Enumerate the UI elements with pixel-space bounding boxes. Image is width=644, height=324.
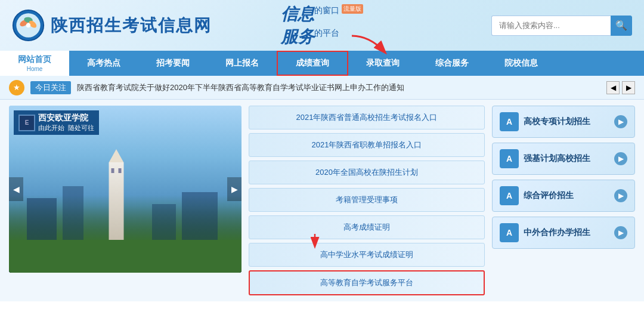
main-content: E 西安欧亚学院 由此开始 随处可往 — [0, 100, 644, 301]
slogan-char-info: 信息 — [281, 3, 314, 26]
banner-slogans: 由此开始 随处可往 — [38, 124, 94, 132]
link-item-4[interactable]: 考籍管理受理事项 — [249, 188, 485, 212]
panel-label-2: 强基计划高校招生 — [524, 153, 609, 164]
panel-icon-4: A — [500, 223, 519, 242]
notice-star-icon: ★ — [9, 80, 24, 95]
nav-item-home[interactable]: 网站首页 Home — [0, 51, 69, 76]
panel-arrow-3: ▶ — [614, 189, 627, 202]
panel-arrow-4: ▶ — [614, 226, 627, 239]
nav-label-online-enroll: 网上报名 — [225, 58, 259, 69]
panel-item-1[interactable]: A 高校专项计划招生 ▶ — [492, 106, 635, 138]
panel-icon-3: A — [500, 186, 519, 205]
logo-area: 陕西招生考试信息网 — [12, 9, 212, 42]
panel-icon-2: A — [500, 149, 519, 168]
panel-item-2[interactable]: A 强基计划高校招生 ▶ — [492, 143, 635, 175]
banner-slogan1: 由此开始 — [38, 124, 64, 132]
left-banner: E 西安欧亚学院 由此开始 随处可往 — [9, 106, 242, 273]
link-item-5[interactable]: 高考成绩证明 — [249, 215, 485, 239]
search-input[interactable] — [491, 16, 611, 36]
nav-item-score-query[interactable]: 成绩查询 — [277, 51, 348, 76]
monument — [109, 162, 124, 240]
notice-navigation: ◀ ▶ — [606, 81, 635, 94]
link-item-2[interactable]: 2021年陕西省职教单招报名入口 — [249, 133, 485, 157]
nav-label-score-query: 成绩查询 — [296, 58, 329, 69]
nav-label-home: 网站首页 — [18, 54, 51, 65]
notice-next-button[interactable]: ▶ — [622, 81, 635, 94]
panel-item-4[interactable]: A 中外合作办学招生 ▶ — [492, 217, 635, 249]
link-item-3[interactable]: 2020年全国高校在陕招生计划 — [249, 161, 485, 184]
nav-bar: 网站首页 Home 高考热点 招考要闻 网上报名 成绩查询 录取查询 综合服务 … — [0, 51, 644, 76]
slogan-of: 的窗口 — [314, 5, 339, 16]
banner-prev-button[interactable]: ◀ — [9, 177, 23, 201]
notice-label: 今日关注 — [30, 81, 71, 94]
panel-label-4: 中外合作办学招生 — [524, 227, 609, 238]
right-panels: A 高校专项计划招生 ▶ A 强基计划高校招生 ▶ A 综合评价招生 ▶ A 中… — [492, 106, 635, 295]
banner-next-button[interactable]: ▶ — [227, 177, 242, 201]
middle-links: 2021年陕西省普通高校招生考试报名入口 2021年陕西省职教单招报名入口 20… — [242, 106, 492, 295]
banner-school-name: 西安欧亚学院 — [38, 113, 94, 124]
panel-item-3[interactable]: A 综合评价招生 ▶ — [492, 180, 635, 212]
link-item-7[interactable]: 高等教育自学考试服务平台 — [249, 270, 485, 295]
nav-item-admission-query[interactable]: 录取查询 — [348, 51, 417, 76]
nav-label-enrollment-news: 招考要闻 — [156, 58, 190, 69]
slogan-char-service: 服务 — [281, 26, 314, 48]
banner-school-badge: E 西安欧亚学院 由此开始 随处可往 — [14, 110, 99, 135]
panel-icon-1: A — [500, 112, 519, 131]
header: 陕西招生考试信息网 信息 的窗口 流量版 服务 的平台 🔍 — [0, 0, 644, 51]
banner-school-logo-icon: E — [18, 115, 35, 131]
nav-label-school-info: 院校信息 — [504, 58, 538, 69]
logo-icon — [12, 9, 45, 42]
slogan-badge: 流量版 — [342, 4, 363, 14]
panel-label-3: 综合评价招生 — [524, 190, 609, 201]
panel-arrow-1: ▶ — [614, 115, 627, 128]
banner-slogan2: 随处可往 — [68, 124, 94, 132]
nav-label-admission-query: 录取查询 — [366, 58, 400, 69]
slogan-platform: 的平台 — [314, 28, 339, 39]
nav-item-online-enroll[interactable]: 网上报名 — [208, 51, 277, 76]
nav-item-enrollment-news[interactable]: 招考要闻 — [138, 51, 208, 76]
panel-arrow-2: ▶ — [614, 152, 627, 165]
panel-label-1: 高校专项计划招生 — [524, 116, 609, 127]
nav-item-gaokao-hot[interactable]: 高考热点 — [69, 51, 138, 76]
nav-item-comprehensive[interactable]: 综合服务 — [417, 51, 487, 76]
notice-prev-button[interactable]: ◀ — [606, 81, 620, 94]
link-item-6[interactable]: 高中学业水平考试成绩证明 — [249, 243, 485, 267]
slogan-area: 信息 的窗口 流量版 服务 的平台 — [281, 3, 363, 48]
logo-text: 陕西招生考试信息网 — [51, 14, 212, 37]
search-area: 🔍 — [491, 16, 632, 36]
nav-label-gaokao-hot: 高考热点 — [87, 58, 120, 69]
svg-point-5 — [26, 23, 30, 27]
nav-label-comprehensive: 综合服务 — [435, 58, 469, 69]
nav-item-school-info[interactable]: 院校信息 — [487, 51, 556, 76]
notice-bar: ★ 今日关注 陕西省教育考试院关于做好2020年下半年陕西省高等教育自学考试毕业… — [0, 76, 644, 100]
notice-text: 陕西省教育考试院关于做好2020年下半年陕西省高等教育自学考试毕业证书网上申办工… — [77, 82, 600, 93]
search-button[interactable]: 🔍 — [611, 16, 632, 36]
link-item-1[interactable]: 2021年陕西省普通高校招生考试报名入口 — [249, 106, 485, 129]
